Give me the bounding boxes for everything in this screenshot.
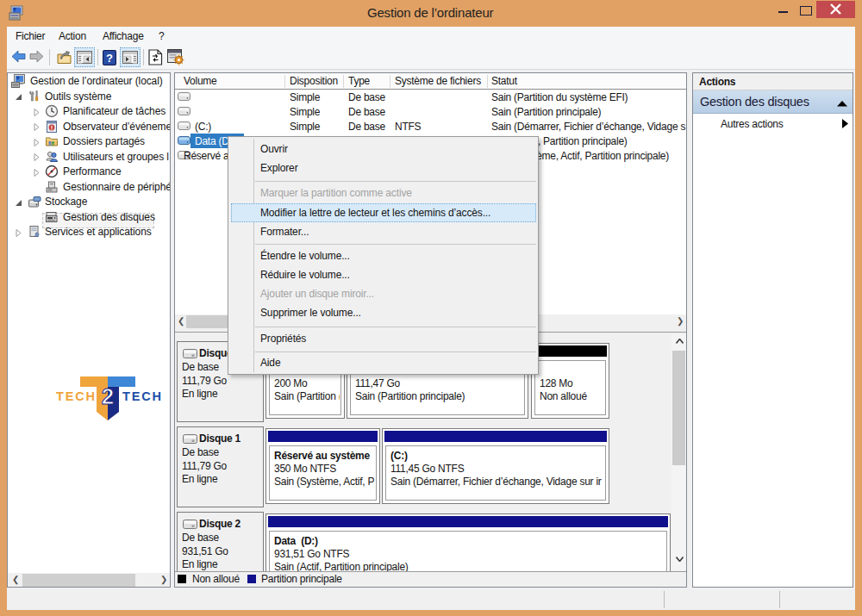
- svg-text:2: 2: [102, 383, 114, 409]
- svg-text:?: ?: [106, 52, 113, 65]
- svg-text:TECH: TECH: [56, 389, 95, 403]
- svg-text:TECH: TECH: [122, 389, 161, 403]
